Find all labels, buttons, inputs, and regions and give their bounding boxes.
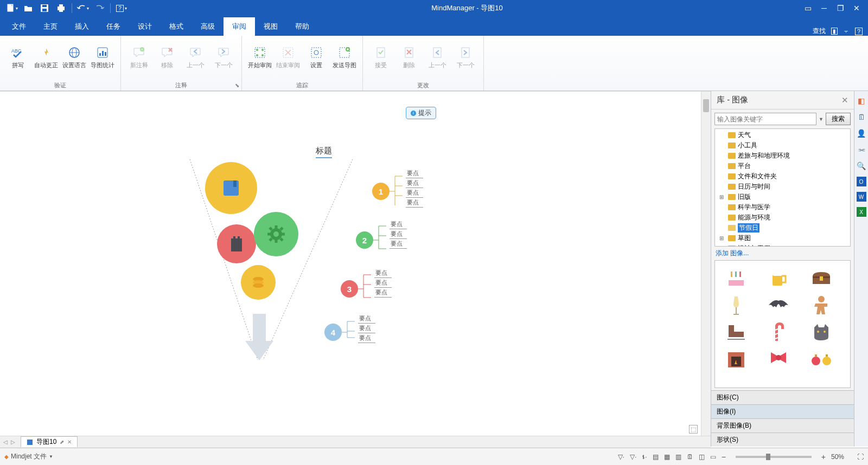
panel-tab[interactable]: 图标(C) [711,390,854,404]
tab-popout-icon[interactable]: ⬈ [60,439,64,445]
save-button[interactable] [37,2,52,15]
close-button[interactable]: ✕ [850,2,864,15]
review-settings-button[interactable]: 设置 [303,44,330,72]
circle-castle[interactable] [217,224,256,263]
image-beer-mug[interactable] [763,266,794,290]
tree-item[interactable]: 能源与环境 [715,212,850,223]
autocorrect-button[interactable]: 自动更正 [33,44,60,72]
rail-contact-icon[interactable]: 👤 [856,128,867,139]
tree-item[interactable]: 平台 [715,161,850,171]
tree-item[interactable]: 日历与时间 [715,182,850,192]
ribbon-display-button[interactable]: ▭ [801,2,815,15]
rail-link-icon[interactable]: ⫘ [856,144,867,155]
image-treasure-chest[interactable] [806,266,837,290]
tab-help[interactable]: 帮助 [286,17,318,36]
rail-search-icon[interactable]: 🔍 [856,160,867,171]
status-view3-icon[interactable]: ▥ [675,453,681,461]
tree-item[interactable]: 节假日 [715,223,850,233]
redo-button[interactable] [92,2,107,15]
search-button[interactable]: 搜索 [826,113,851,125]
next-comment-button[interactable]: 下一个 [210,44,237,72]
tab-advanced[interactable]: 高级 [192,17,224,36]
image-search-input[interactable] [714,113,816,125]
comments-launcher[interactable]: ⬊ [235,82,239,88]
node-3[interactable]: 3 [341,280,358,298]
tab-close-icon[interactable]: ✕ [67,439,72,445]
start-review-button[interactable]: 开始审阅 [246,44,273,72]
tab-view[interactable]: 视图 [255,17,286,36]
end-review-button[interactable]: 结束审阅 [275,44,302,72]
panel-tab[interactable]: 图像(I) [711,404,854,418]
new-button[interactable]: ▾ [4,2,20,15]
status-view4-icon[interactable]: ◫ [699,453,705,461]
zoom-slider[interactable] [736,456,812,458]
node-1[interactable]: 1 [372,183,390,200]
node-2[interactable]: 2 [356,231,373,249]
print-button[interactable] [53,2,68,15]
image-candy-cane[interactable] [763,320,794,344]
panel-close-icon[interactable]: ✕ [841,95,848,105]
tab-nav-right[interactable]: ▷ [11,439,15,445]
status-view2-icon[interactable]: ▦ [664,453,670,461]
canvas[interactable]: i 提示 标题 1 2 3 4 要点要点要点要点 要点要点要点 [0,92,701,437]
maximize-button[interactable]: ❐ [833,2,847,15]
status-dropdown-icon[interactable]: ▼ [49,454,53,459]
open-button[interactable] [21,2,36,15]
rail-outlook-icon[interactable]: O [857,177,866,186]
zoom-fit-button[interactable]: ⛶ [857,453,864,461]
vertical-scrollbar[interactable] [701,92,711,437]
search-dropdown-icon[interactable]: ▼ [819,117,824,122]
zoom-in-button[interactable]: + [821,453,826,461]
panel-tab[interactable]: 形状(S) [711,432,854,447]
delete-change-button[interactable]: 删除 [395,44,423,72]
add-image-link[interactable]: 添加 图像... [711,247,854,260]
tree-item[interactable]: ⊞草图 [715,233,850,243]
status-view1-icon[interactable]: ▤ [653,453,659,461]
points-3[interactable]: 要点要点要点 [374,268,392,298]
tree-item[interactable]: 文件和文件夹 [715,171,850,182]
tab-insert[interactable]: 插入 [66,17,98,36]
find-label[interactable]: 查找 [813,27,826,36]
remove-comment-button[interactable]: 移除 [154,44,181,72]
status-filter2-icon[interactable]: ▽· [630,453,636,461]
image-bat[interactable] [763,293,794,317]
tab-format[interactable]: 格式 [161,17,192,36]
image-ornaments[interactable] [806,347,837,371]
image-ice-skate[interactable] [720,320,752,344]
hint-box[interactable]: i 提示 [406,107,436,119]
tree-item[interactable]: 差旅与和地理环境 [715,151,850,161]
undo-button[interactable]: ▾ [75,2,91,15]
help-dropdown[interactable]: ?▾ [114,2,129,15]
image-birthday-cake[interactable] [720,266,752,290]
prev-change-button[interactable]: 上一个 [424,44,451,72]
points-2[interactable]: 要点要点要点 [390,219,407,249]
circle-coins[interactable] [241,265,276,300]
rail-library-icon[interactable]: ◧ [856,95,867,106]
share-icon[interactable]: ⫟ [843,28,850,35]
tab-nav-left[interactable]: ◁ [3,439,8,445]
rail-excel-icon[interactable]: X [857,207,866,217]
tree-toggle-icon[interactable]: ⊞ [719,235,726,241]
circle-book[interactable] [205,162,257,214]
tab-file[interactable]: 文件 [3,17,35,36]
status-calendar-icon[interactable]: 🗓 [687,453,693,461]
tab-task[interactable]: 任务 [98,17,129,36]
send-map-button[interactable]: 发送导图 [331,44,358,72]
minimize-button[interactable]: ─ [817,2,831,15]
circle-gear[interactable] [254,212,298,256]
next-change-button[interactable]: 下一个 [452,44,479,72]
points-4[interactable]: 要点要点要点 [358,314,375,343]
node-4[interactable]: 4 [324,324,342,341]
panel-toggle-icon[interactable]: ▮ [831,28,838,35]
help-icon[interactable]: ? [855,28,863,35]
tab-design[interactable]: 设计 [129,17,161,36]
map-title[interactable]: 标题 [316,146,332,158]
rail-calendar-icon[interactable]: 🗓 [856,112,867,122]
image-bow[interactable] [763,347,794,371]
image-cat[interactable] [806,320,837,344]
image-fireplace[interactable] [720,347,752,371]
fit-view-button[interactable]: ⬚ [689,425,698,434]
status-branch-icon[interactable]: ⫮· [642,453,647,461]
rail-word-icon[interactable]: W [857,192,866,202]
category-tree[interactable]: 天气小工具差旅与和地理环境平台文件和文件夹日历与时间⊞旧版科学与医学能源与环境节… [714,128,851,247]
